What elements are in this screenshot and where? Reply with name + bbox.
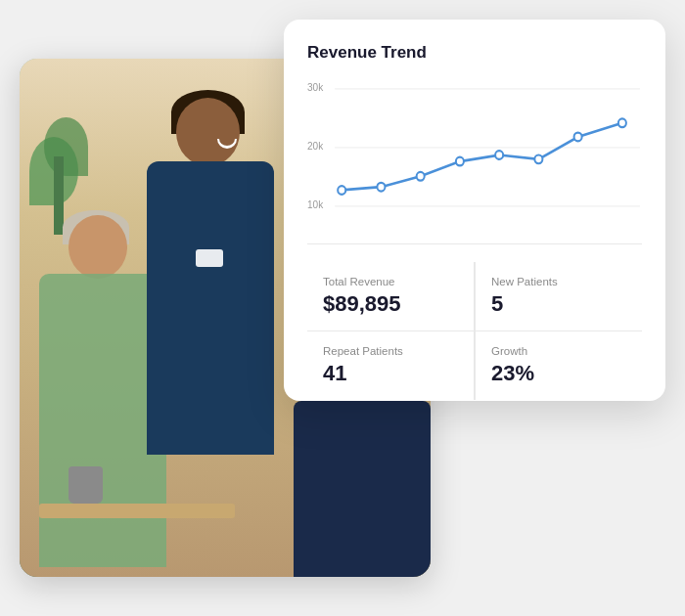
data-point-3 <box>417 172 425 181</box>
dashboard-card: Revenue Trend 30k 20k 10k <box>284 20 665 401</box>
chart-area: 30k 20k 10k <box>307 78 642 244</box>
stat-growth: Growth 23% <box>475 330 642 400</box>
data-point-1 <box>338 186 345 195</box>
stat-total-revenue: Total Revenue $89,895 <box>307 262 475 330</box>
data-point-7 <box>574 133 582 142</box>
y-label-10k: 10k <box>307 199 324 210</box>
stat-new-patients: New Patients 5 <box>475 262 642 330</box>
data-point-2 <box>377 183 385 192</box>
stat-value-total-revenue: $89,895 <box>323 291 458 317</box>
data-point-6 <box>534 155 542 164</box>
stats-grid: Total Revenue $89,895 New Patients 5 Rep… <box>307 262 642 400</box>
data-point-8 <box>618 118 626 127</box>
data-point-4 <box>456 157 464 166</box>
card-title: Revenue Trend <box>307 43 642 63</box>
stat-value-growth: 23% <box>491 361 626 386</box>
stat-repeat-patients: Repeat Patients 41 <box>307 330 475 400</box>
stat-label-growth: Growth <box>491 345 626 357</box>
stat-label-new-patients: New Patients <box>491 276 626 287</box>
stat-label-repeat-patients: Repeat Patients <box>323 345 458 357</box>
nurse-figure <box>147 98 274 460</box>
data-point-5 <box>495 151 503 159</box>
scene: Revenue Trend 30k 20k 10k <box>20 20 665 596</box>
stat-value-repeat-patients: 41 <box>323 361 458 386</box>
revenue-chart: 30k 20k 10k <box>307 78 642 243</box>
stat-value-new-patients: 5 <box>491 291 626 317</box>
y-label-20k: 20k <box>307 141 324 152</box>
stat-label-total-revenue: Total Revenue <box>323 276 458 287</box>
y-label-30k: 30k <box>307 82 324 93</box>
